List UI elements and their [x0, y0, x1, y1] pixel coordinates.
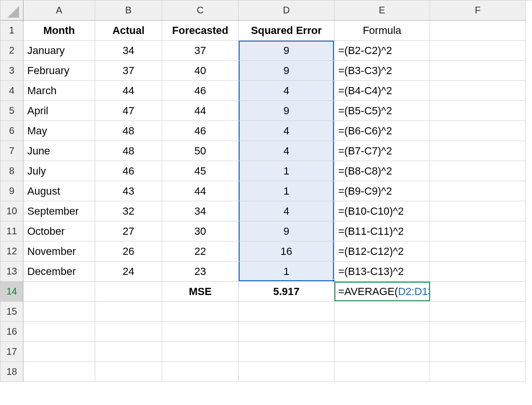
- cell-E15[interactable]: [334, 302, 430, 322]
- row-header-3[interactable]: 3: [0, 61, 23, 81]
- cell-A15[interactable]: [23, 302, 95, 322]
- row-header-9[interactable]: 9: [0, 181, 23, 201]
- cell-E6[interactable]: =(B6-C6)^2: [334, 121, 430, 141]
- cell-B9[interactable]: 43: [95, 181, 162, 201]
- row-header-6[interactable]: 6: [0, 121, 23, 141]
- cell-C6[interactable]: 46: [162, 121, 239, 141]
- cell-B12[interactable]: 26: [95, 241, 162, 262]
- cell-E17[interactable]: [334, 342, 430, 362]
- row-header-12[interactable]: 12: [0, 241, 23, 262]
- cell-E16[interactable]: [334, 322, 430, 342]
- cell-E5[interactable]: =(B5-C5)^2: [334, 101, 430, 121]
- cell-B17[interactable]: [95, 342, 162, 362]
- cell-A13[interactable]: December: [23, 262, 95, 282]
- cell-F7[interactable]: [430, 141, 526, 161]
- cell-A14[interactable]: [23, 282, 95, 302]
- cell-A4[interactable]: March: [23, 81, 95, 101]
- cell-F10[interactable]: [430, 201, 526, 221]
- cell-D1[interactable]: Squared Error: [239, 21, 334, 41]
- row-header-14[interactable]: 14: [0, 282, 23, 302]
- cell-F4[interactable]: [430, 81, 526, 101]
- cell-D9[interactable]: 1: [239, 181, 334, 201]
- cell-A7[interactable]: June: [23, 141, 95, 161]
- cell-B10[interactable]: 32: [95, 201, 162, 221]
- cell-A8[interactable]: July: [23, 161, 95, 181]
- row-header-11[interactable]: 11: [0, 221, 23, 241]
- cell-A11[interactable]: October: [23, 221, 95, 241]
- cell-E11[interactable]: =(B11-C11)^2: [334, 221, 430, 241]
- row-header-2[interactable]: 2: [0, 41, 23, 61]
- cell-F2[interactable]: [430, 41, 526, 61]
- cell-D17[interactable]: [239, 342, 334, 362]
- cell-A12[interactable]: November: [23, 241, 95, 262]
- cell-F18[interactable]: [430, 362, 526, 382]
- cell-C5[interactable]: 44: [162, 101, 239, 121]
- cell-D11[interactable]: 9: [239, 221, 334, 241]
- row-header-7[interactable]: 7: [0, 141, 23, 161]
- cell-C16[interactable]: [162, 322, 239, 342]
- cell-B18[interactable]: [95, 362, 162, 382]
- cell-E12[interactable]: =(B12-C12)^2: [334, 241, 430, 262]
- cell-D13[interactable]: 1: [239, 262, 334, 282]
- cell-E13[interactable]: =(B13-C13)^2: [334, 262, 430, 282]
- cell-B6[interactable]: 48: [95, 121, 162, 141]
- cell-E4[interactable]: =(B4-C4)^2: [334, 81, 430, 101]
- cell-F17[interactable]: [430, 342, 526, 362]
- cell-C18[interactable]: [162, 362, 239, 382]
- cell-F14[interactable]: [430, 282, 526, 302]
- cell-D7[interactable]: 4: [239, 141, 334, 161]
- cell-C9[interactable]: 44: [162, 181, 239, 201]
- cell-D3[interactable]: 9: [239, 61, 334, 81]
- cell-A3[interactable]: February: [23, 61, 95, 81]
- cell-F8[interactable]: [430, 161, 526, 181]
- cell-E18[interactable]: [334, 362, 430, 382]
- cell-D14[interactable]: 5.917: [239, 282, 334, 302]
- row-header-1[interactable]: 1: [0, 21, 23, 41]
- cell-E1[interactable]: Formula: [334, 21, 430, 41]
- cell-E7[interactable]: =(B7-C7)^2: [334, 141, 430, 161]
- cell-D12[interactable]: 16: [239, 241, 334, 262]
- column-header-F[interactable]: F: [430, 0, 526, 21]
- cell-B5[interactable]: 47: [95, 101, 162, 121]
- cell-C15[interactable]: [162, 302, 239, 322]
- row-header-4[interactable]: 4: [0, 81, 23, 101]
- cell-F5[interactable]: [430, 101, 526, 121]
- cell-D2[interactable]: 9: [239, 41, 334, 61]
- cell-F3[interactable]: [430, 61, 526, 81]
- row-header-5[interactable]: 5: [0, 101, 23, 121]
- cell-C17[interactable]: [162, 342, 239, 362]
- column-header-B[interactable]: B: [95, 0, 162, 21]
- cell-D8[interactable]: 1: [239, 161, 334, 181]
- cell-A18[interactable]: [23, 362, 95, 382]
- cell-C12[interactable]: 22: [162, 241, 239, 262]
- cell-B8[interactable]: 46: [95, 161, 162, 181]
- column-header-D[interactable]: D: [239, 0, 334, 21]
- cell-B14[interactable]: [95, 282, 162, 302]
- cell-F1[interactable]: [430, 21, 526, 41]
- cell-D6[interactable]: 4: [239, 121, 334, 141]
- column-header-C[interactable]: C: [162, 0, 239, 21]
- cell-C2[interactable]: 37: [162, 41, 239, 61]
- cell-C13[interactable]: 23: [162, 262, 239, 282]
- cell-B13[interactable]: 24: [95, 262, 162, 282]
- cell-B1[interactable]: Actual: [95, 21, 162, 41]
- cell-A16[interactable]: [23, 322, 95, 342]
- cell-C1[interactable]: Forecasted: [162, 21, 239, 41]
- cell-F15[interactable]: [430, 302, 526, 322]
- cell-E9[interactable]: =(B9-C9)^2: [334, 181, 430, 201]
- row-header-17[interactable]: 17: [0, 342, 23, 362]
- row-header-8[interactable]: 8: [0, 161, 23, 181]
- cell-B3[interactable]: 37: [95, 61, 162, 81]
- cell-C4[interactable]: 46: [162, 81, 239, 101]
- cell-E8[interactable]: =(B8-C8)^2: [334, 161, 430, 181]
- row-header-16[interactable]: 16: [0, 322, 23, 342]
- row-header-15[interactable]: 15: [0, 302, 23, 322]
- cell-D16[interactable]: [239, 322, 334, 342]
- cell-C7[interactable]: 50: [162, 141, 239, 161]
- select-all-button[interactable]: [0, 0, 23, 21]
- cell-E10[interactable]: =(B10-C10)^2: [334, 201, 430, 221]
- cell-C14[interactable]: MSE: [162, 282, 239, 302]
- cell-A5[interactable]: April: [23, 101, 95, 121]
- cell-A10[interactable]: September: [23, 201, 95, 221]
- column-header-E[interactable]: E: [334, 0, 430, 21]
